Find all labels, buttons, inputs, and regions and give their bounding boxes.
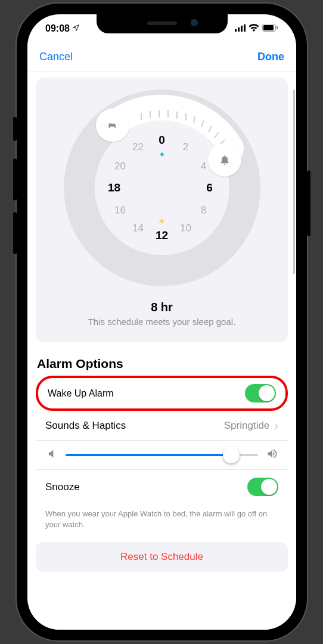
power-button (307, 171, 310, 236)
cellular-icon (235, 23, 246, 34)
status-time: 09:08 (45, 23, 70, 34)
snooze-toggle[interactable] (247, 478, 278, 496)
volume-slider-row (36, 441, 288, 470)
svg-rect-5 (263, 25, 274, 30)
reset-to-schedule-button[interactable]: Reset to Schedule (36, 542, 288, 572)
svg-rect-3 (244, 24, 246, 32)
chevron-right-icon: › (274, 419, 278, 432)
done-button[interactable]: Done (257, 51, 284, 63)
alarm-options-group: Wake Up Alarm Sounds & Haptics Springtid… (36, 376, 288, 504)
phone-frame: 09:08 Cancel Done (17, 4, 307, 640)
volume-high-icon (266, 448, 278, 462)
sounds-haptics-row[interactable]: Sounds & Haptics Springtide › (36, 411, 288, 441)
star-icon: ✦ (159, 150, 166, 159)
volume-slider[interactable] (66, 454, 258, 456)
nav-bar: Cancel Done (27, 43, 296, 72)
sleep-dial[interactable]: 0 2 4 6 8 10 12 14 16 18 20 22 ✦ (64, 89, 260, 286)
scrollbar[interactable] (293, 89, 295, 274)
volume-low-icon (45, 448, 57, 462)
apple-watch-note: When you wear your Apple Watch to bed, t… (36, 504, 288, 540)
duration-caption: This schedule meets your sleep goal. (46, 317, 277, 327)
wake-up-alarm-row[interactable]: Wake Up Alarm (36, 376, 288, 411)
duration-value: 8 hr (46, 301, 277, 314)
svg-rect-1 (238, 27, 240, 32)
sleep-dial-card: 0 2 4 6 8 10 12 14 16 18 20 22 ✦ (36, 78, 288, 342)
wake-up-alarm-toggle[interactable] (245, 384, 276, 402)
volume-slider-thumb[interactable] (223, 447, 240, 463)
sounds-haptics-label: Sounds & Haptics (45, 420, 126, 432)
screen: 09:08 Cancel Done (27, 14, 296, 630)
content-scroll[interactable]: 0 2 4 6 8 10 12 14 16 18 20 22 ✦ (27, 72, 296, 630)
svg-rect-2 (241, 26, 243, 32)
volume-up (13, 159, 17, 200)
svg-rect-0 (235, 29, 237, 32)
snooze-row[interactable]: Snooze (36, 470, 288, 504)
wifi-icon (249, 23, 259, 34)
alarm-options-title: Alarm Options (37, 357, 287, 371)
wake-up-alarm-label: Wake Up Alarm (48, 388, 114, 399)
sounds-value: Springtide (224, 420, 270, 432)
mute-switch (13, 117, 17, 141)
sun-icon: ☀ (158, 216, 166, 226)
notch (97, 14, 228, 33)
location-icon (72, 23, 80, 34)
bedtime-handle[interactable] (96, 109, 129, 142)
battery-icon (262, 23, 278, 34)
cancel-button[interactable]: Cancel (39, 51, 73, 63)
volume-down (13, 212, 17, 254)
snooze-label: Snooze (45, 481, 80, 493)
wake-handle[interactable] (208, 143, 241, 177)
svg-rect-6 (277, 26, 278, 29)
